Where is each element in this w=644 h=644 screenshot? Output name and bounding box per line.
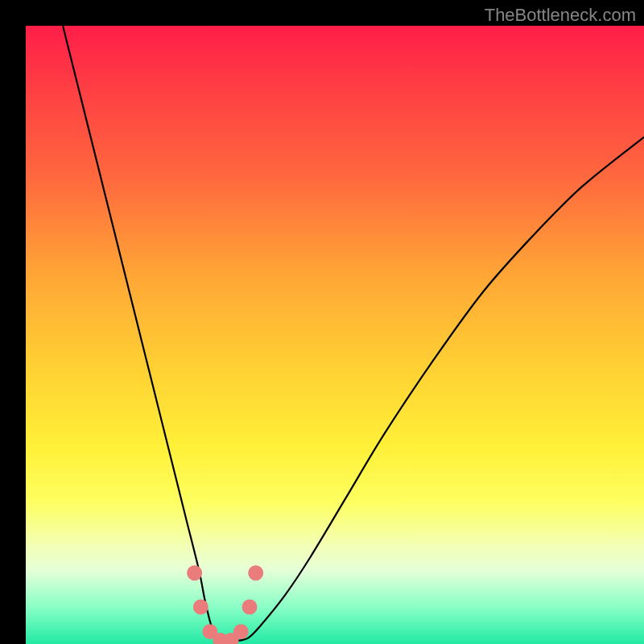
marker-point — [187, 565, 202, 580]
marker-point — [193, 599, 208, 614]
plot-area — [26, 26, 644, 644]
chart-container: TheBottleneck.com — [0, 0, 644, 644]
watermark-text: TheBottleneck.com — [485, 5, 636, 26]
bottleneck-curve — [63, 26, 644, 642]
curve-markers — [187, 565, 263, 644]
marker-point — [248, 565, 263, 580]
curve-svg — [26, 26, 644, 644]
marker-point — [242, 599, 258, 614]
marker-point — [233, 624, 249, 639]
